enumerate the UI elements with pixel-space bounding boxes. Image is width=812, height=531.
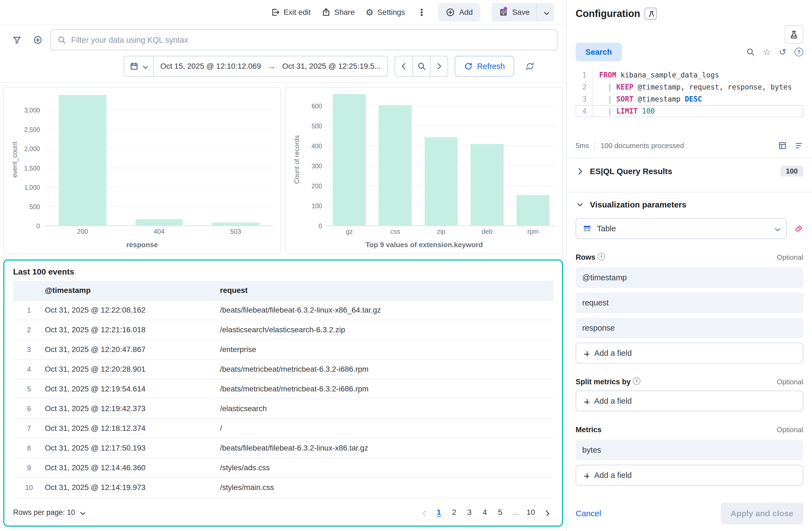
field-chip[interactable]: bytes [576, 440, 803, 460]
response-bar-chart-panel[interactable]: event_count 05001,0001,5002,0002,5003,00… [3, 87, 281, 254]
row-number: 3 [13, 346, 45, 354]
extension-bar-chart-panel[interactable]: Count of records 0100200300400500600 gzc… [285, 87, 563, 254]
chevron-right-icon [435, 62, 444, 71]
esql-editor[interactable]: 1FROM kibana_sample_data_logs2 | KEEP @t… [576, 69, 803, 117]
table-row[interactable]: 1Oct 31, 2025 @ 12:22:08.162/beats/fileb… [13, 301, 553, 320]
eraser-icon[interactable] [795, 224, 803, 233]
table-row[interactable]: 10Oct 31, 2025 @ 12:14:19.973/styles/mai… [13, 478, 553, 498]
editor-line[interactable]: 4 | LIMIT 100 [576, 105, 803, 117]
field-chip[interactable]: response [576, 317, 803, 338]
page-button-2[interactable]: 2 [447, 505, 461, 519]
next-page-button[interactable] [539, 505, 553, 519]
query-history-icon[interactable]: ↺ [779, 48, 786, 56]
search-icon[interactable] [746, 48, 755, 56]
add-button[interactable]: Add [438, 3, 480, 21]
bar-deb[interactable] [470, 144, 504, 226]
time-next-button[interactable] [430, 56, 448, 76]
documents-processed: 100 documents processed [600, 142, 684, 150]
bar-404[interactable] [135, 219, 183, 226]
share-button[interactable]: Share [322, 8, 355, 17]
table-row[interactable]: 2Oct 31, 2025 @ 12:21:16.018/elasticsear… [13, 320, 553, 340]
bar-rpm[interactable] [517, 195, 550, 226]
settings-button[interactable]: ⚙ Settings [365, 8, 405, 17]
info-icon[interactable]: i [633, 377, 640, 385]
page-button-10[interactable]: 10 [524, 505, 538, 519]
query-table-icon[interactable] [778, 141, 787, 150]
bar-css[interactable] [379, 105, 412, 226]
kql-search-input[interactable] [71, 35, 550, 45]
bars-row [327, 93, 556, 226]
timestamp-column-header[interactable]: @timestamp [45, 286, 220, 295]
timestamp-cell: Oct 31, 2025 @ 12:20:47.867 [45, 345, 220, 354]
page-button-3[interactable]: 3 [462, 505, 477, 519]
line-number: 1 [576, 69, 592, 81]
token: | [599, 83, 617, 91]
page-button-1[interactable]: 1 [432, 505, 446, 519]
token: FROM [599, 71, 617, 79]
time-prev-button[interactable] [395, 56, 412, 76]
kql-search-box[interactable] [50, 30, 557, 51]
bar-200[interactable] [59, 95, 106, 226]
chart-type-select[interactable]: Table [576, 218, 787, 239]
refresh-button[interactable]: Refresh [455, 56, 514, 77]
last-100-events-panel[interactable]: Last 100 events @timestamp request 1Oct … [3, 259, 563, 527]
page-button-5[interactable]: 5 [493, 505, 507, 519]
split-metrics-label: Split metrics by [576, 378, 630, 386]
bar-503[interactable] [212, 223, 259, 226]
bar-slot [327, 93, 372, 226]
help-icon[interactable]: ? [795, 48, 803, 56]
star-icon[interactable]: ☆ [763, 48, 771, 56]
start-date[interactable]: Oct 15, 2025 @ 12:10:12.069 [154, 62, 267, 71]
bar-gz[interactable] [333, 94, 366, 226]
time-zoom-button[interactable] [412, 56, 430, 76]
table-row[interactable]: 4Oct 31, 2025 @ 12:20:28.901/beats/metri… [13, 360, 553, 379]
timestamp-cell: Oct 31, 2025 @ 12:18:12.374 [45, 424, 220, 433]
end-date[interactable]: Oct 31, 2025 @ 12:25:19.5... [276, 62, 387, 71]
apply-and-close-button[interactable]: Apply and close [721, 503, 803, 525]
field-chip[interactable]: @timestamp [576, 267, 803, 288]
table-row[interactable]: 3Oct 31, 2025 @ 12:20:47.867/enterprise [13, 340, 553, 360]
time-nav-group [394, 56, 448, 77]
rows-section: Rows i Optional @timestamprequestrespons… [576, 253, 803, 363]
auto-refresh-button[interactable] [521, 57, 539, 75]
add-row-field-button[interactable]: Add a field [576, 343, 803, 363]
beaker-icon [789, 30, 798, 39]
x-tick-label: zip [418, 228, 464, 235]
token [638, 107, 642, 115]
esql-results-accordion[interactable]: ES|QL Query Results 100 [576, 158, 803, 184]
flyout-header: Configuration [576, 8, 803, 20]
request-cell: /beats/metricbeat/metricbeat-6.3.2-i686.… [220, 365, 553, 374]
rows-per-page-button[interactable]: Rows per page: 10 [13, 508, 85, 517]
y-tick-label: 400 [311, 142, 322, 150]
flyout-title: Configuration [576, 8, 640, 19]
info-icon[interactable]: i [597, 253, 605, 260]
add-split-field-button[interactable]: Add a field [576, 391, 803, 411]
prev-page-button[interactable] [416, 505, 431, 519]
bar-zip[interactable] [425, 137, 458, 226]
editor-menu-icon[interactable] [795, 141, 803, 150]
search-run-button[interactable]: Search [576, 43, 622, 61]
save-button[interactable]: Save [491, 3, 536, 21]
tech-preview-button[interactable] [785, 25, 803, 44]
field-chip[interactable]: request [576, 292, 803, 313]
table-row[interactable]: 9Oct 31, 2025 @ 12:14:46.360/styles/ads.… [13, 458, 553, 478]
cancel-button[interactable]: Cancel [576, 509, 601, 518]
add-filter-button[interactable] [30, 32, 46, 48]
save-menu-button[interactable] [536, 3, 554, 21]
table-row[interactable]: 5Oct 31, 2025 @ 12:19:54.614/beats/metri… [13, 379, 553, 399]
viz-params-accordion[interactable]: Visualization parameters [576, 192, 803, 217]
more-options-button[interactable]: ⋮ [416, 7, 427, 18]
filters-button[interactable] [9, 32, 25, 48]
editor-line[interactable]: 2 | KEEP @timestamp, request, response, … [576, 81, 803, 93]
add-metric-field-button[interactable]: Add a field [576, 465, 803, 486]
table-row[interactable]: 8Oct 31, 2025 @ 12:17:50.193/beats/fileb… [13, 439, 553, 458]
request-column-header[interactable]: request [220, 286, 553, 295]
table-row[interactable]: 7Oct 31, 2025 @ 12:18:12.374/ [13, 419, 553, 439]
date-quick-select-button[interactable] [124, 56, 154, 76]
editor-line[interactable]: 1FROM kibana_sample_data_logs [576, 69, 803, 81]
page-button-4[interactable]: 4 [478, 505, 492, 519]
y-tick-label: 300 [311, 162, 322, 170]
table-row[interactable]: 6Oct 31, 2025 @ 12:19:42.373/elasticsear… [13, 399, 553, 419]
exit-edit-button[interactable]: Exit edit [271, 8, 311, 17]
editor-line[interactable]: 3 | SORT @timestamp DESC [576, 93, 803, 105]
